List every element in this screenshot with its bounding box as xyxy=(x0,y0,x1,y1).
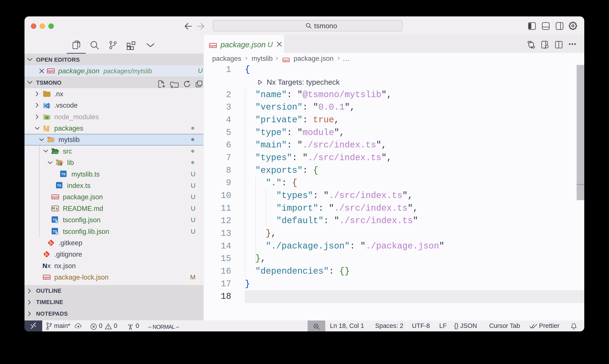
svg-text:JS: JS xyxy=(46,116,48,119)
svg-text:npm: npm xyxy=(43,276,50,279)
svg-text:npm: npm xyxy=(52,195,58,199)
svg-text:npm: npm xyxy=(48,69,54,73)
svg-text:npm: npm xyxy=(283,59,289,62)
svg-text:npm: npm xyxy=(210,44,216,47)
svg-text:TS: TS xyxy=(57,184,61,187)
svg-text:</>: </> xyxy=(53,151,58,154)
svg-text:TS: TS xyxy=(62,172,66,176)
